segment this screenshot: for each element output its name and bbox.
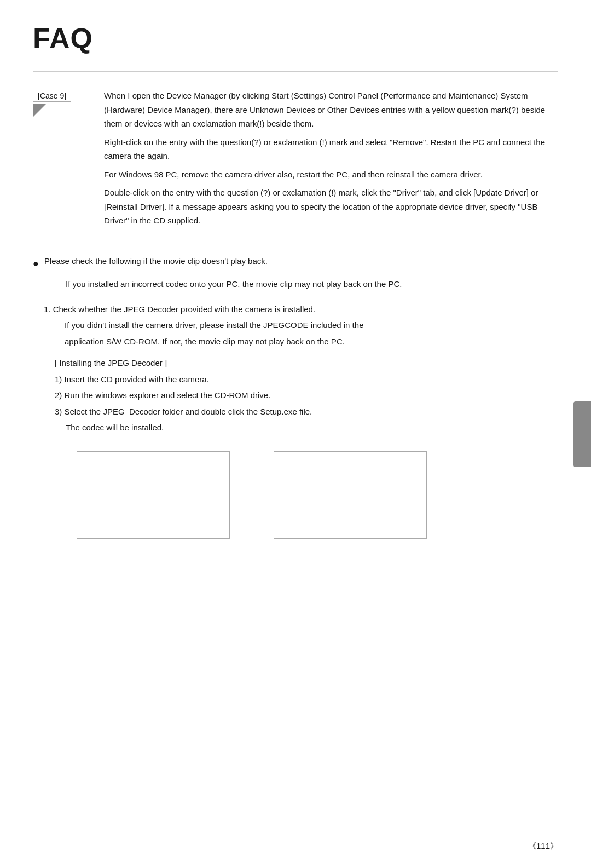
- side-tab: [573, 401, 591, 467]
- case-label-col: [Case 9]: [33, 89, 104, 232]
- sub-label: [ Installing the JPEG Decoder ]: [55, 356, 558, 370]
- case9-section: [Case 9] When I open the Device Manager …: [33, 89, 558, 232]
- jpeg-decoder-subsection: [ Installing the JPEG Decoder ] 1) Inser…: [55, 356, 558, 435]
- case9-paragraph3: For Windows 98 PC, remove the camera dri…: [104, 168, 558, 182]
- bullet-item: ● Please check the following if the movi…: [33, 254, 558, 272]
- title-divider: [33, 71, 558, 72]
- indented-paragraph: If you installed an incorrect codec onto…: [66, 277, 558, 291]
- case9-paragraph4: Double-click on the entry with the quest…: [104, 186, 558, 228]
- step1: 1) Insert the CD provided with the camer…: [55, 372, 558, 387]
- step2: 2) Run the windows explorer and select t…: [55, 388, 558, 403]
- page-title: FAQ: [33, 22, 558, 55]
- step3: 3) Select the JPEG_Decoder folder and do…: [55, 405, 558, 419]
- case-label: [Case 9]: [33, 90, 71, 102]
- image-box-2: [274, 451, 427, 539]
- case9-content: When I open the Device Manager (by click…: [104, 89, 558, 232]
- bullet-dot-icon: ●: [33, 255, 39, 272]
- page-number: 《111》: [528, 841, 558, 852]
- numbered-item-1-indent1: If you didn't install the camera driver,…: [65, 318, 558, 332]
- case9-paragraph1: When I open the Device Manager (by click…: [104, 89, 558, 131]
- case9-paragraph2: Right-click on the entry with the questi…: [104, 135, 558, 163]
- numbered-item-1-indent2: application S/W CD-ROM. If not, the movi…: [65, 335, 558, 349]
- numbered-item-1: 1. Check whether the JPEG Decoder provid…: [44, 302, 558, 317]
- case-arrow-icon: [33, 104, 46, 117]
- bullet-text: Please check the following if the movie …: [44, 254, 268, 268]
- step3-indent: The codec will be installed.: [66, 421, 558, 435]
- images-row: [77, 451, 558, 539]
- image-box-1: [77, 451, 230, 539]
- bullet-section: ● Please check the following if the movi…: [33, 254, 558, 291]
- numbered-list: 1. Check whether the JPEG Decoder provid…: [44, 302, 558, 435]
